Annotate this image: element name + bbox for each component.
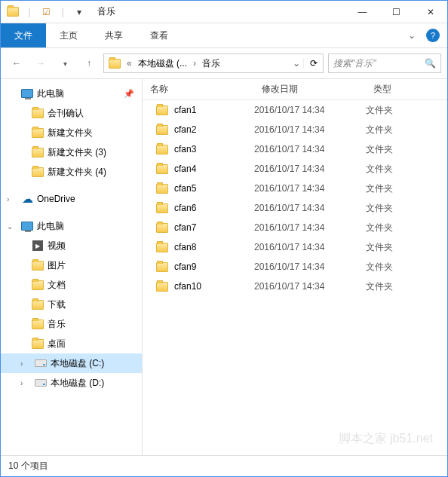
sidebar-item-label: 本地磁盘 (C:) [51,357,104,370]
breadcrumb-seg-folder[interactable]: 音乐 [198,54,225,72]
sidebar-quick-access[interactable]: 此电脑 📌 [1,84,142,103]
file-date: 2016/10/17 14:34 [254,164,366,174]
file-row[interactable]: cfan42016/10/17 14:34文件夹 [143,159,447,179]
nav-back-button[interactable]: ← [7,54,26,73]
file-name: cfan6 [174,203,196,213]
file-type: 文件夹 [366,241,447,254]
folder-icon [31,126,44,139]
nav-up-button[interactable]: ↑ [79,54,99,73]
sidebar-item[interactable]: 音乐 [1,314,142,334]
breadcrumb-separator[interactable]: › [192,58,198,69]
sidebar-item[interactable]: 桌面 [1,334,142,353]
sidebar-item[interactable]: 新建文件夹 (3) [1,142,142,162]
nav-forward-button[interactable]: → [31,54,51,73]
file-row[interactable]: cfan22016/10/17 14:34文件夹 [143,120,447,139]
tab-home[interactable]: 主页 [46,23,91,47]
chevron-right-icon[interactable]: › [20,379,31,387]
sidebar-item-label: 新建文件夹 [48,127,93,139]
file-row[interactable]: cfan82016/10/17 14:34文件夹 [143,237,447,257]
file-row[interactable]: cfan32016/10/17 14:34文件夹 [143,139,447,159]
chevron-right-icon[interactable]: › [20,359,31,368]
file-row[interactable]: cfan52016/10/17 14:34文件夹 [143,179,447,198]
file-row[interactable]: cfan102016/10/17 14:34文件夹 [143,277,447,296]
pc-icon [20,87,34,100]
file-date: 2016/10/17 14:34 [254,281,366,292]
qat-separator: | [55,5,70,20]
sidebar-item[interactable]: ›本地磁盘 (D:) [1,373,142,393]
folder-icon [31,317,44,331]
video-icon: ▶ [31,239,44,252]
file-name: cfan4 [174,164,196,174]
file-tab[interactable]: 文件 [1,23,46,47]
qat-dropdown-icon[interactable]: ▾ [72,5,87,20]
breadcrumb-separator[interactable]: « [125,58,133,69]
sidebar-item[interactable]: 新建文件夹 [1,123,142,142]
search-placeholder: 搜索"音乐" [333,57,425,70]
folder-icon [156,243,168,252]
sidebar-item[interactable]: ▶视频 [1,236,142,255]
chevron-right-icon[interactable]: › [7,195,17,203]
file-name: cfan8 [174,242,196,252]
drive-icon [34,376,48,390]
nav-recent-dropdown[interactable]: ▾ [55,54,75,73]
chevron-down-icon[interactable]: ⌄ [7,222,17,231]
minimize-button[interactable]: — [345,1,379,23]
refresh-button[interactable]: ⟳ [303,58,323,69]
sidebar-item-label: 此电脑 [37,220,64,233]
properties-icon[interactable]: ☑ [38,5,54,20]
sidebar-item[interactable]: 文档 [1,275,142,295]
sidebar-item-label: 本地磁盘 (D:) [51,377,104,390]
folder-icon [156,203,168,213]
file-date: 2016/10/17 14:34 [254,124,366,135]
sidebar-item[interactable]: 会刊确认 [1,103,142,123]
status-item-count: 10 个项目 [8,460,48,472]
column-header-date[interactable]: 修改日期 [254,83,366,96]
sidebar-item-label: 文档 [48,279,66,292]
window-controls: — ☐ ✕ [345,1,447,23]
navigation-pane[interactable]: 此电脑 📌 会刊确认新建文件夹新建文件夹 (3)新建文件夹 (4) › ☁ On… [1,79,143,455]
sidebar-item-label: 新建文件夹 (4) [48,166,106,179]
file-list-pane: 名称 修改日期 类型 cfan12016/10/17 14:34文件夹cfan2… [143,79,447,455]
file-type: 文件夹 [366,124,447,136]
sidebar-item[interactable]: 图片 [1,255,142,275]
file-date: 2016/10/17 14:34 [254,183,366,194]
main-area: 此电脑 📌 会刊确认新建文件夹新建文件夹 (3)新建文件夹 (4) › ☁ On… [1,78,447,455]
column-header-name[interactable]: 名称 [143,83,254,96]
file-row[interactable]: cfan72016/10/17 14:34文件夹 [143,218,447,237]
sidebar-onedrive[interactable]: › ☁ OneDrive [1,189,142,209]
sidebar-item[interactable]: 新建文件夹 (4) [1,162,142,182]
file-date: 2016/10/17 14:34 [254,105,366,115]
folder-icon [31,258,44,272]
file-date: 2016/10/17 14:34 [254,144,366,154]
sidebar-item-label: OneDrive [37,194,75,204]
sidebar-item[interactable]: ›本地磁盘 (C:) [1,353,142,373]
folder-icon [156,164,168,174]
help-icon[interactable]: ? [426,29,440,42]
close-button[interactable]: ✕ [413,1,447,23]
sidebar-item[interactable]: 下载 [1,295,142,314]
pin-icon: 📌 [124,89,134,99]
file-list[interactable]: cfan12016/10/17 14:34文件夹cfan22016/10/17 … [143,100,447,455]
folder-icon [156,262,168,272]
folder-icon [31,165,44,179]
address-dropdown-icon[interactable]: ⌄ [288,58,303,69]
tab-share[interactable]: 共享 [91,23,137,47]
address-bar[interactable]: « 本地磁盘 (... › 音乐 ⌄ ⟳ [103,54,324,73]
column-header-type[interactable]: 类型 [366,83,447,96]
file-row[interactable]: cfan12016/10/17 14:34文件夹 [143,100,447,120]
folder-icon [156,223,168,233]
sidebar-this-pc[interactable]: ⌄ 此电脑 [1,216,142,236]
ribbon-expand-icon[interactable]: ⌄ [408,30,416,41]
tab-view[interactable]: 查看 [137,23,182,47]
search-input[interactable]: 搜索"音乐" 🔍 [328,54,441,73]
file-name: cfan3 [174,144,196,154]
status-bar: 10 个项目 [1,455,447,476]
folder-icon [156,125,168,135]
sidebar-item-label: 会刊确认 [48,107,84,120]
file-name: cfan5 [174,183,196,194]
maximize-button[interactable]: ☐ [379,1,413,23]
breadcrumb-seg-drive[interactable]: 本地磁盘 (... [133,54,192,72]
file-row[interactable]: cfan62016/10/17 14:34文件夹 [143,198,447,218]
file-row[interactable]: cfan92016/10/17 14:34文件夹 [143,257,447,277]
folder-icon [156,105,168,115]
